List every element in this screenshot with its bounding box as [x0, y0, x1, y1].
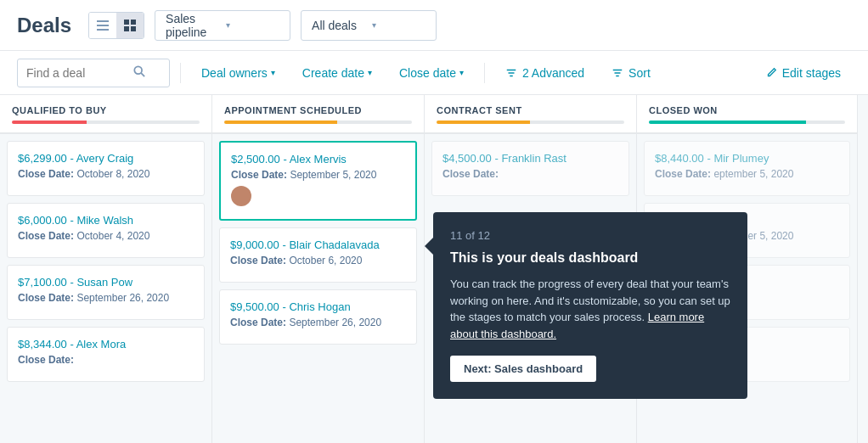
- card-title: $4,500.00 - Franklin Rast: [442, 152, 618, 165]
- column-bar-contract: [437, 121, 624, 124]
- advanced-button[interactable]: 2 Advanced: [495, 61, 595, 85]
- search-icon: [133, 65, 145, 80]
- card-title: $2,500.00 - Alex Mervis: [231, 153, 405, 165]
- column-title-qualified: QUALIFIED TO BUY: [12, 105, 200, 115]
- card-title: $8,344.00 - Alex Mora: [18, 338, 194, 350]
- card-title: $6,000.00 - Mike Walsh: [18, 214, 194, 227]
- avatar: [231, 186, 251, 206]
- top-bar: Deals Sales pipeline ▾ All deals ▾: [0, 0, 868, 51]
- table-row[interactable]: $9,500.00 - Chris Hogan Close Date: Sept…: [219, 289, 417, 345]
- tooltip-counter: 11 of 12: [450, 229, 730, 242]
- svg-rect-0: [97, 20, 109, 22]
- svg-rect-1: [97, 25, 109, 26]
- card-title: $6,299.00 - Avery Craig: [18, 152, 194, 165]
- close-date-button[interactable]: Close date ▾: [389, 61, 474, 85]
- sort-button[interactable]: Sort: [601, 61, 661, 85]
- table-row[interactable]: $8,344.00 - Alex Mora Close Date:: [7, 327, 205, 382]
- tooltip-next-button[interactable]: Next: Sales dashboard: [450, 356, 596, 382]
- table-row[interactable]: $6,000.00 - Mike Walsh Close Date: Octob…: [7, 203, 205, 258]
- table-row[interactable]: $7,100.00 - Susan Pow Close Date: Septem…: [7, 265, 205, 320]
- column-title-closed: CLOSED WON: [649, 105, 845, 115]
- sort-label: Sort: [628, 66, 651, 80]
- filter-bar: Deal owners ▾ Create date ▾ Close date ▾…: [0, 51, 868, 95]
- create-date-label: Create date: [302, 66, 364, 80]
- card-date: Close Date: October 4, 2020: [18, 230, 194, 242]
- card-date: Close Date: September 26, 2020: [18, 292, 194, 304]
- svg-rect-6: [131, 26, 136, 31]
- card-title: $7,100.00 - Susan Pow: [18, 276, 194, 289]
- pipeline-chevron-icon: ▾: [226, 20, 279, 30]
- deal-owners-button[interactable]: Deal owners ▾: [191, 61, 285, 85]
- advanced-label: 2 Advanced: [522, 66, 584, 80]
- tooltip-body: You can track the progress of every deal…: [450, 276, 730, 342]
- column-title-appointment: APPOINTMENT SCHEDULED: [224, 105, 412, 115]
- page-title: Deals: [17, 14, 71, 37]
- view-toggle: [88, 12, 144, 39]
- column-bar-appointment: [224, 121, 412, 124]
- card-date: Close Date:: [442, 168, 618, 180]
- grid-view-button[interactable]: [116, 13, 144, 38]
- create-date-button[interactable]: Create date ▾: [292, 61, 382, 85]
- close-date-chevron-icon: ▾: [459, 68, 464, 77]
- column-cards-qualified: $6,299.00 - Avery Craig Close Date: Octo…: [0, 134, 211, 443]
- column-header-contract: CONTRACT SENT: [425, 95, 636, 134]
- table-row[interactable]: $2,500.00 - Alex Mervis Close Date: Sept…: [219, 141, 417, 221]
- pipeline-dropdown-value: Sales pipeline: [166, 12, 219, 39]
- card-date: Close Date: September 26, 2020: [230, 317, 406, 328]
- card-date: Close Date: eptember 5, 2020: [655, 168, 839, 180]
- edit-stages-button[interactable]: Edit stages: [755, 61, 851, 85]
- list-view-button[interactable]: [89, 13, 116, 38]
- deals-chevron-icon: ▾: [372, 20, 426, 30]
- card-date: Close Date: October 8, 2020: [18, 168, 194, 180]
- search-input[interactable]: [26, 66, 128, 80]
- card-date: Close Date:: [18, 354, 194, 366]
- card-date: Close Date: October 6, 2020: [230, 255, 406, 266]
- column-qualified: QUALIFIED TO BUY $6,299.00 - Avery Craig…: [0, 95, 212, 443]
- deals-filter-value: All deals: [312, 19, 365, 32]
- deal-owners-label: Deal owners: [201, 66, 268, 80]
- card-date: Close Date: September 5, 2020: [231, 169, 405, 181]
- svg-line-8: [141, 73, 144, 76]
- deal-owners-chevron-icon: ▾: [271, 68, 275, 77]
- svg-rect-2: [97, 29, 109, 31]
- column-cards-appointment: $2,500.00 - Alex Mervis Close Date: Sept…: [212, 134, 424, 443]
- table-row[interactable]: $4,500.00 - Franklin Rast Close Date:: [431, 141, 629, 196]
- svg-rect-5: [124, 26, 129, 31]
- search-wrap: [17, 59, 170, 87]
- svg-rect-4: [131, 20, 136, 25]
- close-date-label: Close date: [399, 66, 456, 80]
- deals-filter-dropdown[interactable]: All deals ▾: [301, 10, 437, 41]
- card-title: $8,440.00 - Mir Plumey: [655, 152, 839, 165]
- filter-separator-2: [484, 63, 485, 83]
- column-bar-qualified: [12, 121, 200, 124]
- table-row[interactable]: $9,000.00 - Blair Chadalavada Close Date…: [219, 227, 417, 283]
- svg-rect-3: [124, 20, 129, 25]
- tooltip-title: This is your deals dashboard: [450, 250, 730, 266]
- tooltip-box: 11 of 12 This is your deals dashboard Yo…: [433, 212, 747, 399]
- pipeline-dropdown[interactable]: Sales pipeline ▾: [155, 10, 290, 41]
- column-header-closed: CLOSED WON: [637, 95, 857, 134]
- column-header-appointment: APPOINTMENT SCHEDULED: [212, 95, 424, 134]
- column-appointment: APPOINTMENT SCHEDULED $2,500.00 - Alex M…: [212, 95, 425, 443]
- edit-stages-label: Edit stages: [782, 66, 841, 80]
- tooltip-arrow-icon: [425, 238, 433, 255]
- column-header-qualified: QUALIFIED TO BUY: [0, 95, 211, 134]
- column-bar-closed: [649, 121, 845, 124]
- create-date-chevron-icon: ▾: [368, 68, 372, 77]
- column-title-contract: CONTRACT SENT: [437, 105, 624, 115]
- table-row[interactable]: $6,299.00 - Avery Craig Close Date: Octo…: [7, 141, 205, 196]
- card-title: $9,500.00 - Chris Hogan: [230, 300, 406, 313]
- svg-point-7: [134, 66, 142, 74]
- table-row[interactable]: $8,440.00 - Mir Plumey Close Date: eptem…: [644, 141, 850, 196]
- filter-separator-1: [180, 63, 181, 83]
- card-title: $9,000.00 - Blair Chadalavada: [230, 238, 406, 251]
